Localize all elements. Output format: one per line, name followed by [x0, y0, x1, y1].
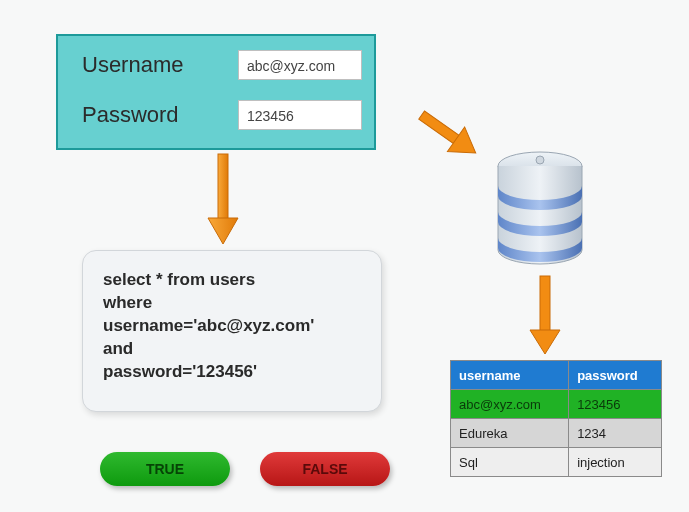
svg-marker-1: [208, 218, 238, 244]
svg-rect-6: [540, 276, 550, 332]
true-button[interactable]: TRUE: [100, 452, 230, 486]
password-label: Password: [82, 102, 179, 128]
table-row: Sql injection: [451, 448, 662, 477]
table-row: Edureka 1234: [451, 419, 662, 448]
sql-query-card: select * from users where username='abc@…: [82, 250, 382, 412]
username-label: Username: [82, 52, 183, 78]
col-username: username: [451, 361, 569, 390]
svg-marker-7: [530, 330, 560, 354]
query-line: where: [103, 292, 361, 315]
password-field[interactable]: 123456: [238, 100, 362, 130]
query-line: username='abc@xyz.com': [103, 315, 361, 338]
users-table: username password abc@xyz.com 123456 Edu…: [450, 360, 662, 477]
username-field[interactable]: abc@xyz.com: [238, 50, 362, 80]
svg-rect-2: [419, 111, 461, 144]
database-icon: [490, 150, 590, 270]
query-line: select * from users: [103, 269, 361, 292]
col-password: password: [569, 361, 662, 390]
table-row: abc@xyz.com 123456: [451, 390, 662, 419]
table-header-row: username password: [451, 361, 662, 390]
svg-rect-0: [218, 154, 228, 220]
svg-point-5: [536, 156, 544, 164]
query-line: password='123456': [103, 361, 361, 384]
login-box: Username abc@xyz.com Password 123456: [56, 34, 376, 150]
false-button[interactable]: FALSE: [260, 452, 390, 486]
query-line: and: [103, 338, 361, 361]
